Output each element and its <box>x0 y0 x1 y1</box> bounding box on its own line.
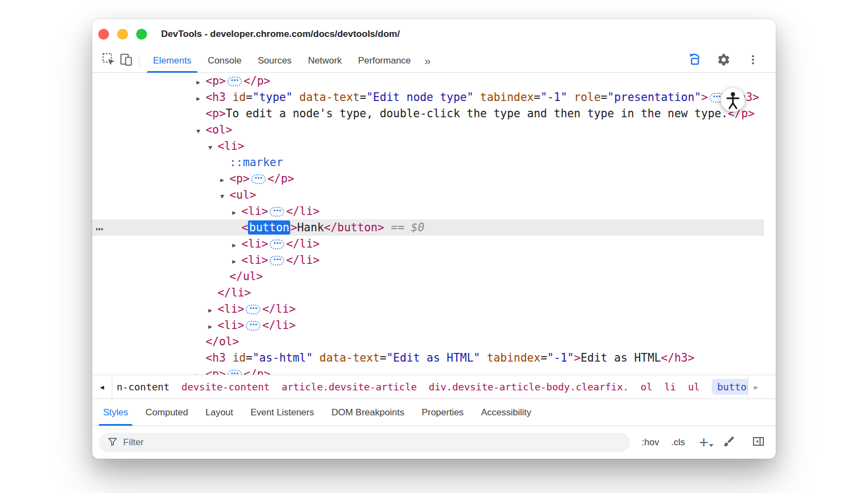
breadcrumb-scroll-left-button[interactable]: ◂ <box>92 375 112 399</box>
tab-network[interactable]: Network <box>300 49 350 73</box>
expand-arrow-icon[interactable]: ▸ <box>208 302 218 318</box>
breadcrumb-item-devsite-content[interactable]: devsite-content <box>182 381 270 393</box>
close-window-button[interactable] <box>98 29 109 40</box>
tab-elements[interactable]: Elements <box>145 49 200 73</box>
expand-arrow-icon[interactable]: ▸ <box>232 204 241 220</box>
inline-ellipsis-button[interactable] <box>270 239 284 249</box>
code-token-plain: = <box>380 351 386 364</box>
collapse-arrow-icon[interactable]: ▾ <box>196 123 206 139</box>
tab-console[interactable]: Console <box>200 49 250 73</box>
tab-performance[interactable]: Performance <box>350 49 419 73</box>
code-token-tag: <ul> <box>229 188 256 201</box>
tree-row[interactable]: ▸<li></li> <box>92 236 764 252</box>
collapse-arrow-icon[interactable]: ▾ <box>220 188 229 204</box>
device-toolbar-button[interactable] <box>117 52 135 69</box>
code-token-val: "Edit as HTML" <box>386 351 480 364</box>
expand-arrow-icon[interactable]: ▸ <box>232 253 241 269</box>
code-token-plain: = <box>246 351 252 364</box>
breadcrumb-item-ul[interactable]: ul <box>688 381 700 393</box>
expand-arrow-icon[interactable]: ▸ <box>208 318 218 334</box>
expand-arrow-icon[interactable]: ▸ <box>196 90 206 106</box>
toolbar-tab-strip: ElementsConsoleSourcesNetworkPerformance <box>145 49 419 73</box>
tree-row[interactable]: <p>To edit a node's type, double-click t… <box>92 105 764 122</box>
styles-filter-bar: :hov .cls + <box>92 426 776 459</box>
row-overflow-menu-icon[interactable]: … <box>95 218 104 234</box>
settings-button[interactable] <box>715 52 732 69</box>
tab-accessibility[interactable]: Accessibility <box>473 399 540 426</box>
rendering-emulation-button[interactable] <box>720 434 738 451</box>
tree-row[interactable]: ▸<li></li> <box>92 252 764 268</box>
tree-row[interactable]: ▸<p></p> <box>92 73 764 89</box>
tree-row[interactable]: </ol> <box>92 333 764 350</box>
tab-dom-breakpoints[interactable]: DOM Breakpoints <box>323 399 413 426</box>
maximize-window-button[interactable] <box>136 29 147 40</box>
kebab-menu-button[interactable] <box>744 52 762 69</box>
tab-sources[interactable]: Sources <box>250 49 299 73</box>
inline-ellipsis-button[interactable] <box>227 77 242 86</box>
inline-ellipsis-button[interactable] <box>246 305 260 314</box>
tree-row[interactable]: </ul> <box>92 268 764 285</box>
tree-row[interactable]: ▾<li> <box>92 138 764 154</box>
code-token-pseudo: ::marker <box>229 156 283 169</box>
device-toolbar-icon <box>119 53 133 68</box>
tree-row[interactable]: ▸<li></li> <box>92 317 764 333</box>
code-token-tag: </ol> <box>206 335 239 348</box>
tab-computed[interactable]: Computed <box>137 399 196 426</box>
styles-tab-strip: StylesComputedLayoutEvent ListenersDOM B… <box>92 399 776 426</box>
code-token-plain <box>474 91 480 104</box>
breadcrumb-item-ol[interactable]: ol <box>641 381 653 393</box>
expand-arrow-icon[interactable]: ▸ <box>196 367 206 375</box>
screencast-toggle-button[interactable] <box>686 52 703 69</box>
styles-filter-input[interactable] <box>123 437 621 448</box>
screencast-icon <box>687 52 703 69</box>
tree-row[interactable]: <button>Hank</button> == $0… <box>92 219 764 236</box>
inspect-element-button[interactable] <box>100 52 117 69</box>
tree-row[interactable]: ▸<h3 id="type" data-text="Edit node type… <box>92 89 764 105</box>
inline-ellipsis-button[interactable] <box>227 370 242 375</box>
code-token-attr: role <box>574 91 601 104</box>
sidebar-toggle-button[interactable] <box>750 434 767 451</box>
tree-row[interactable]: ▾<ul> <box>92 187 764 203</box>
expand-arrow-icon[interactable]: ▸ <box>196 74 206 90</box>
new-style-rule-button[interactable]: + <box>699 434 709 451</box>
tree-row[interactable]: ▸<p></p> <box>92 366 764 375</box>
tree-row[interactable]: </li> <box>92 285 764 301</box>
breadcrumb-item-n-content[interactable]: n-content <box>117 381 170 393</box>
tree-row[interactable]: ▾<ol> <box>92 122 764 138</box>
more-tabs-button[interactable]: » <box>419 55 436 66</box>
code-token-attr: data-text <box>299 91 360 104</box>
inline-ellipsis-button[interactable] <box>270 207 284 217</box>
toggle-class-button[interactable]: .cls <box>671 437 685 448</box>
expand-arrow-icon[interactable]: ▸ <box>232 237 241 253</box>
code-token-tag: </p> <box>267 172 294 185</box>
inline-ellipsis-button[interactable] <box>251 174 266 184</box>
tree-row[interactable]: ▸<li></li> <box>92 301 764 317</box>
code-token-val: "-1" <box>540 91 567 104</box>
tree-row[interactable]: ::marker <box>92 154 764 170</box>
tab-event-listeners[interactable]: Event Listeners <box>242 399 323 426</box>
code-token-tag: </li> <box>286 205 320 218</box>
code-token-tag: <li> <box>241 237 268 250</box>
tab-styles[interactable]: Styles <box>94 399 137 426</box>
breadcrumb-item-article-devsite-article[interactable]: article.devsite-article <box>282 381 417 393</box>
breadcrumb-item-div-devsite-article-body-clearfix[interactable]: div.devsite-article-body.clearfix. <box>429 381 628 393</box>
collapse-arrow-icon[interactable]: ▾ <box>208 139 218 155</box>
expand-arrow-icon[interactable]: ▸ <box>220 172 229 188</box>
tab-properties[interactable]: Properties <box>413 399 472 426</box>
toggle-element-state-button[interactable]: :hov <box>642 437 659 448</box>
tree-row[interactable]: ▸<li></li> <box>92 203 764 219</box>
tree-row[interactable]: <h3 id="as-html" data-text="Edit as HTML… <box>92 350 764 366</box>
minimize-window-button[interactable] <box>117 29 128 40</box>
breadcrumb-gutter <box>764 375 776 399</box>
breadcrumb-scroll-right-button[interactable]: ▸ <box>748 375 764 399</box>
tab-layout[interactable]: Layout <box>197 399 242 426</box>
filter-field[interactable] <box>99 433 630 452</box>
breadcrumb-item-button[interactable]: button <box>712 379 748 395</box>
desktop-background: DevTools - developer.chrome.com/docs/dev… <box>0 0 868 493</box>
breadcrumb-item-li[interactable]: li <box>665 381 676 393</box>
code-token-tag: <ol> <box>206 123 232 136</box>
tree-row[interactable]: ▸<p></p> <box>92 170 764 187</box>
inline-ellipsis-button[interactable] <box>270 256 284 266</box>
code-token-plain <box>226 91 232 104</box>
inline-ellipsis-button[interactable] <box>246 321 260 331</box>
